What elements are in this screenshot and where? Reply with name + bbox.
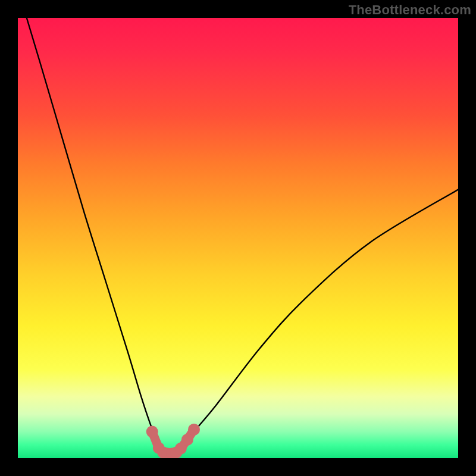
plot-area [18, 18, 458, 458]
highlight-markers [146, 424, 200, 458]
chart-frame: TheBottleneck.com [0, 0, 476, 476]
chart-svg [18, 18, 458, 458]
bottleneck-curve [27, 18, 458, 454]
highlight-marker [181, 434, 193, 446]
highlight-marker [188, 424, 200, 436]
watermark-text: TheBottleneck.com [349, 2, 471, 18]
highlight-marker [146, 426, 158, 438]
